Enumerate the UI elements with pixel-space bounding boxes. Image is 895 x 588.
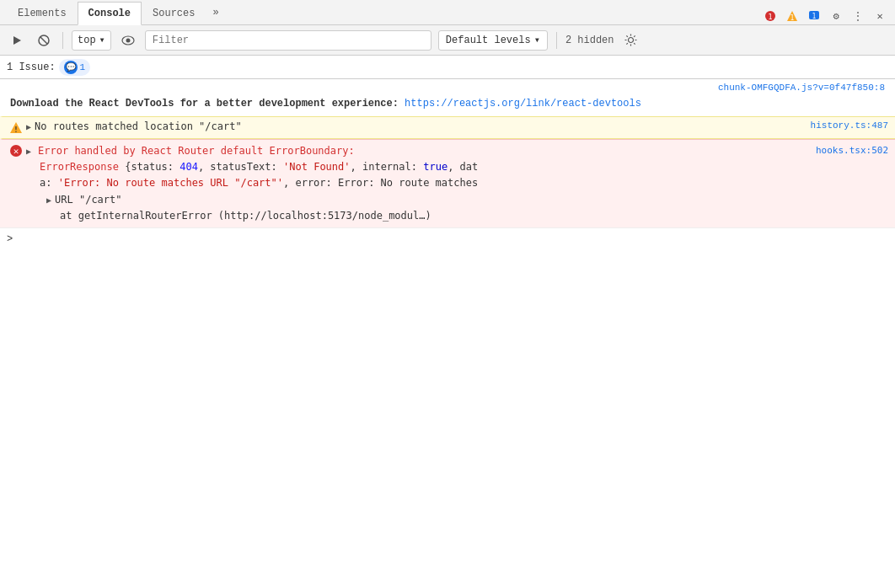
toolbar-divider-2 (556, 32, 557, 49)
file-ref-link[interactable]: chunk-OMFGQDFA.js?v=0f47f850:8 (718, 83, 885, 93)
svg-marker-6 (13, 36, 21, 45)
info-bubble-icon: 1 (808, 10, 820, 22)
devtools-close-icon[interactable]: ✕ (871, 8, 888, 24)
context-arrow: ▾ (99, 34, 105, 46)
log-levels-label: Default levels (446, 35, 531, 46)
gear-icon (624, 34, 637, 46)
error-title: Error handled by React Router default Er… (38, 143, 355, 159)
block-icon (38, 35, 50, 46)
context-label: top (78, 35, 96, 46)
filter-input[interactable] (145, 30, 431, 51)
toolbar-divider (62, 32, 63, 49)
tab-console[interactable]: Console (78, 2, 142, 25)
download-info-line: Download the React DevTools for a better… (0, 94, 895, 116)
warning-row: ! ▶ No routes matched location "/cart" h… (0, 116, 895, 139)
more-tabs-button[interactable]: » (206, 1, 225, 24)
svg-text:!: ! (13, 126, 18, 134)
warning-badge[interactable]: 1 (784, 8, 801, 24)
live-expressions-button[interactable] (118, 30, 138, 51)
error-circle-icon: ✕ (9, 144, 23, 158)
prompt-icon: > (7, 233, 13, 245)
warning-file-link[interactable]: history.ts:487 (811, 120, 888, 131)
svg-point-10 (126, 38, 130, 42)
console-content: chunk-OMFGQDFA.js?v=0f47f850:8 Download … (0, 79, 895, 588)
log-levels-arrow: ▾ (534, 34, 540, 46)
tab-sources[interactable]: Sources (142, 1, 206, 24)
tab-bar: Elements Console Sources » 1 1 1 (0, 0, 895, 25)
devtools-more-icon[interactable]: ⋮ (849, 8, 866, 24)
log-levels-button[interactable]: Default levels ▾ (438, 30, 548, 51)
info-badge[interactable]: 1 (806, 8, 823, 24)
error-content: ▶ Error handled by React Router default … (26, 143, 888, 224)
error-header: ▶ Error handled by React Router default … (26, 143, 888, 159)
issues-bar: 1 Issue: 💬 1 (0, 56, 895, 79)
tab-icons-right: 1 1 1 ⚙ ⋮ ✕ (762, 8, 888, 24)
devtools-settings-icon[interactable]: ⚙ (828, 8, 844, 24)
file-ref-line: chunk-OMFGQDFA.js?v=0f47f850:8 (0, 79, 895, 94)
console-input-row: > (0, 227, 895, 250)
download-text: Download the React DevTools for a better… (10, 98, 405, 110)
clear-button[interactable] (34, 30, 54, 51)
warning-text: No routes matched location "/cart" (35, 120, 811, 132)
console-toolbar: top ▾ Default levels ▾ 2 hidden (0, 25, 895, 56)
svg-text:1: 1 (768, 13, 772, 21)
play-icon (12, 35, 22, 45)
warning-triangle-icon: 1 (786, 10, 798, 22)
error-line-4: at getInternalRouterError (http://localh… (40, 208, 888, 224)
eye-icon (121, 35, 135, 45)
issues-badge-count: 1 (80, 62, 86, 72)
data-expand-arrow[interactable]: ▶ (46, 194, 51, 207)
svg-point-11 (629, 38, 634, 43)
issues-badge[interactable]: 💬 1 (59, 59, 91, 76)
error-line-1: ErrorResponse {status: 404, statusText: … (40, 159, 888, 175)
console-input[interactable] (18, 233, 888, 245)
error-file-link[interactable]: hooks.tsx:502 (816, 143, 888, 158)
issues-bubble-icon: 💬 (64, 61, 78, 74)
svg-text:1: 1 (812, 13, 817, 20)
error-expand-arrow[interactable]: ▶ (26, 145, 31, 158)
context-selector[interactable]: top ▾ (72, 30, 111, 51)
error-expand-row: ▶ URL "/cart" (40, 192, 888, 208)
svg-text:1: 1 (790, 14, 795, 22)
error-circle-icon: 1 (764, 10, 776, 22)
error-line-2: a: 'Error: No route matches URL "/cart"'… (40, 175, 888, 191)
error-row: ✕ ▶ Error handled by React Router defaul… (0, 139, 895, 227)
warning-icon: ! (9, 121, 23, 135)
react-devtools-link[interactable]: https://reactjs.org/link/react-devtools (405, 98, 641, 110)
error-badge[interactable]: 1 (762, 8, 779, 24)
svg-line-8 (40, 37, 47, 44)
issues-label: 1 Issue: (7, 61, 56, 73)
warning-expand-arrow[interactable]: ▶ (26, 122, 31, 132)
execute-button[interactable] (7, 30, 27, 51)
error-detail: ErrorResponse {status: 404, statusText: … (26, 159, 888, 224)
hidden-count: 2 hidden (565, 35, 614, 46)
console-settings-button[interactable] (621, 30, 641, 51)
svg-text:✕: ✕ (13, 146, 19, 157)
tab-elements[interactable]: Elements (7, 1, 78, 24)
